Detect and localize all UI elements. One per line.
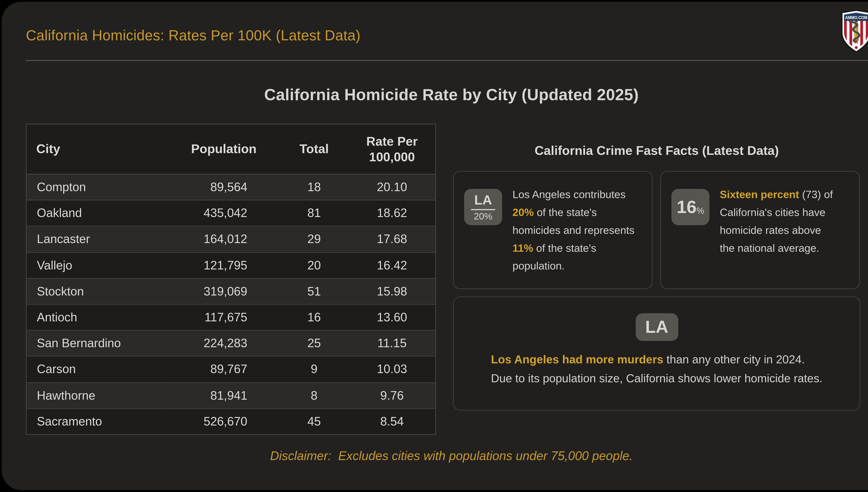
cell-population: 117,675 bbox=[165, 304, 279, 330]
cell-city: Lancaster bbox=[26, 226, 165, 252]
badge-divider bbox=[471, 209, 495, 210]
cell-population: 526,670 bbox=[165, 408, 279, 434]
cell-population: 319,069 bbox=[165, 278, 279, 304]
main-title: California Homicide Rate by City (Update… bbox=[2, 86, 868, 104]
cell-city: Stockton bbox=[26, 278, 165, 304]
fact-line: California's cities have bbox=[720, 203, 833, 221]
fact-line: 20% of the state's bbox=[513, 203, 635, 221]
fact-card-la-murders: LA Los Angeles had more murders than any… bbox=[453, 297, 860, 411]
column-header-total: Total bbox=[279, 124, 349, 174]
fact-cards-row: LA 20% Los Angeles contributes20% of the… bbox=[453, 171, 860, 289]
cell-total: 51 bbox=[279, 278, 349, 304]
la-badge: LA bbox=[636, 313, 678, 341]
fact-line: homicide rates above bbox=[720, 221, 833, 239]
cell-population: 89,564 bbox=[165, 174, 279, 200]
table-row: Stockton319,0695115.98 bbox=[26, 278, 436, 304]
la-20-badge: LA 20% bbox=[464, 189, 502, 225]
table-row: Carson89,767910.03 bbox=[26, 356, 436, 383]
sixteen-pct-badge: 16 % bbox=[671, 189, 710, 225]
table-row: Compton89,5641820.10 bbox=[26, 174, 436, 200]
cell-city: Vallejo bbox=[26, 252, 165, 278]
badge-16-label: 16 bbox=[677, 198, 696, 216]
cell-rate: 17.68 bbox=[349, 226, 436, 252]
cell-population: 89,767 bbox=[165, 356, 279, 383]
cell-total: 25 bbox=[279, 330, 349, 356]
column-header-rate: Rate Per 100,000 bbox=[349, 124, 436, 174]
cell-rate: 10.03 bbox=[349, 356, 436, 383]
badge-pct-label: % bbox=[696, 206, 704, 216]
table-row: Hawthorne81,94189.76 bbox=[26, 382, 436, 408]
table-row: Sacramento526,670458.54 bbox=[26, 408, 436, 434]
cell-rate: 9.76 bbox=[349, 382, 436, 408]
cell-rate: 16.42 bbox=[349, 252, 436, 278]
cell-total: 16 bbox=[279, 304, 349, 330]
cell-city: Hawthorne bbox=[26, 382, 165, 408]
badge-la-label: LA bbox=[474, 193, 492, 206]
cell-city: Oakland bbox=[26, 200, 165, 226]
cell-population: 81,941 bbox=[165, 382, 279, 408]
fact-card-text: Sixteen percent (73) ofCalifornia's citi… bbox=[720, 186, 833, 257]
fact-line: Sixteen percent (73) of bbox=[720, 186, 833, 203]
fact-line: Due to its population size, California s… bbox=[491, 369, 822, 388]
cell-population: 121,795 bbox=[165, 252, 279, 278]
cell-total: 18 bbox=[279, 174, 349, 200]
logo-wordmark: AMMO.COM bbox=[845, 15, 867, 20]
fact-line: Los Angeles contributes bbox=[513, 186, 635, 203]
column-header-city: City bbox=[26, 124, 165, 174]
fact-card-la-20: LA 20% Los Angeles contributes20% of the… bbox=[453, 171, 652, 289]
fast-facts-section: California Crime Fast Facts (Latest Data… bbox=[453, 124, 860, 432]
cell-total: 29 bbox=[279, 226, 349, 252]
cell-rate: 11.15 bbox=[349, 330, 436, 356]
infographic-stage: California Homicides: Rates Per 100K (La… bbox=[0, 0, 868, 492]
table-row: Oakland435,0428118.62 bbox=[26, 200, 436, 226]
fact-line: Los Angeles had more murders than any ot… bbox=[491, 350, 822, 369]
cell-city: Compton bbox=[26, 174, 165, 200]
fact-line: homicides and represents bbox=[513, 221, 635, 239]
cell-total: 9 bbox=[279, 356, 349, 383]
table-row: Vallejo121,7952016.42 bbox=[26, 252, 436, 278]
cell-population: 164,012 bbox=[165, 226, 279, 252]
cell-rate: 20.10 bbox=[349, 174, 436, 200]
table-header-row: City Population Total Rate Per 100,000 bbox=[26, 124, 436, 174]
disclaimer-text: Disclaimer: Excludes cities with populat… bbox=[2, 449, 868, 464]
badge-20pct-label: 20% bbox=[474, 212, 492, 221]
cell-city: Sacramento bbox=[26, 408, 165, 434]
table-row: Antioch117,6751613.60 bbox=[26, 304, 436, 330]
cell-city: Carson bbox=[26, 356, 165, 383]
table-row: Lancaster164,0122917.68 bbox=[26, 226, 436, 252]
header-divider bbox=[26, 60, 868, 61]
cell-city: Antioch bbox=[26, 304, 165, 330]
fast-facts-heading: California Crime Fast Facts (Latest Data… bbox=[453, 143, 860, 158]
homicide-rate-table: City Population Total Rate Per 100,000 C… bbox=[26, 124, 436, 435]
cell-city: San Bernardino bbox=[26, 330, 165, 356]
fact-card-text: Los Angeles had more murders than any ot… bbox=[491, 350, 822, 388]
cell-total: 45 bbox=[279, 408, 349, 434]
page-title: California Homicides: Rates Per 100K (La… bbox=[26, 27, 361, 44]
cell-total: 81 bbox=[279, 200, 349, 226]
cell-population: 224,283 bbox=[165, 330, 279, 356]
cell-total: 20 bbox=[279, 252, 349, 278]
cell-total: 8 bbox=[279, 382, 349, 408]
fact-card-text: Los Angeles contributes20% of the state'… bbox=[513, 186, 635, 275]
fact-line: 11% of the state's bbox=[513, 239, 635, 257]
fact-line: the national average. bbox=[720, 239, 833, 257]
fact-line: population. bbox=[513, 257, 635, 275]
fact-card-16pct: 16 % Sixteen percent (73) ofCalifornia's… bbox=[661, 171, 860, 289]
infographic-panel: California Homicides: Rates Per 100K (La… bbox=[2, 2, 868, 490]
cell-rate: 8.54 bbox=[349, 408, 436, 434]
cell-population: 435,042 bbox=[165, 200, 279, 226]
column-header-population: Population bbox=[165, 124, 279, 174]
cell-rate: 18.62 bbox=[349, 200, 436, 226]
cell-rate: 15.98 bbox=[349, 278, 436, 304]
table-row: San Bernardino224,2832511.15 bbox=[26, 330, 436, 356]
ammo-com-logo-icon: AMMO.COM bbox=[840, 9, 868, 53]
cell-rate: 13.60 bbox=[349, 304, 436, 330]
